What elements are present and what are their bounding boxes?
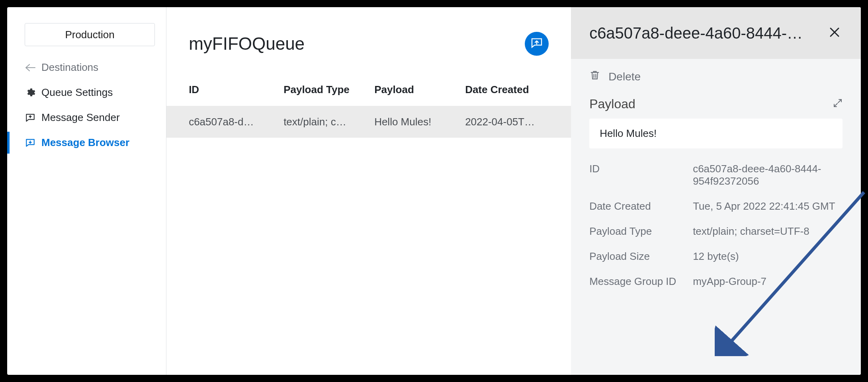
back-to-destinations[interactable]: Destinations: [7, 55, 166, 80]
environment-selector[interactable]: Production: [25, 23, 155, 46]
field-size-label: Payload Size: [589, 250, 693, 263]
field-date-label: Date Created: [589, 200, 693, 212]
message-send-icon: [530, 37, 543, 51]
expand-button[interactable]: [833, 98, 843, 110]
payload-section-header: Payload: [571, 86, 861, 115]
field-id-value: c6a507a8-deee-4a60-8444-954f92372056: [693, 163, 843, 187]
field-date-value: Tue, 5 Apr 2022 22:41:45 GMT: [693, 200, 843, 212]
message-browser-label: Message Browser: [41, 136, 129, 149]
col-date-created: Date Created: [465, 84, 549, 96]
details-header: c6a507a8-deee-4a60-8444-…: [571, 7, 861, 59]
cell-id: c6a507a8-d…: [189, 116, 280, 128]
field-size-value: 12 byte(s): [693, 250, 843, 263]
table-header: ID Payload Type Payload Date Created: [166, 73, 571, 106]
cell-type: text/plain; c…: [283, 116, 371, 128]
sidebar: Production Destinations Queue Settings M…: [7, 7, 166, 375]
field-type-label: Payload Type: [589, 225, 693, 238]
expand-icon: [833, 101, 843, 109]
field-group-label: Message Group ID: [589, 275, 693, 288]
field-type-value: text/plain; charset=UTF-8: [693, 225, 843, 238]
queue-title: myFIFOQueue: [189, 34, 305, 54]
table-row[interactable]: c6a507a8-d… text/plain; c… Hello Mules! …: [166, 106, 571, 138]
sidebar-item-message-sender[interactable]: Message Sender: [7, 105, 166, 130]
payload-body: Hello Mules!: [589, 119, 843, 148]
send-message-button[interactable]: [525, 32, 549, 56]
trash-icon: [589, 69, 600, 84]
message-table: ID Payload Type Payload Date Created c6a…: [166, 73, 571, 138]
destinations-label: Destinations: [41, 61, 98, 74]
gear-icon: [25, 87, 36, 98]
details-title: c6a507a8-deee-4a60-8444-…: [589, 24, 817, 42]
field-date: Date Created Tue, 5 Apr 2022 22:41:45 GM…: [571, 194, 861, 219]
field-type: Payload Type text/plain; charset=UTF-8: [571, 219, 861, 244]
field-group: Message Group ID myApp-Group-7: [571, 269, 861, 294]
payload-section-title: Payload: [589, 97, 635, 111]
field-id-label: ID: [589, 163, 693, 175]
delete-action[interactable]: Delete: [571, 59, 861, 86]
app-frame: Production Destinations Queue Settings M…: [7, 7, 861, 375]
close-icon: [829, 26, 841, 40]
message-sender-label: Message Sender: [41, 111, 120, 124]
queue-header: myFIFOQueue: [166, 7, 571, 73]
cell-date: 2022-04-05T…: [465, 116, 549, 128]
close-button[interactable]: [827, 25, 843, 41]
cell-payload: Hello Mules!: [374, 116, 462, 128]
field-group-value: myApp-Group-7: [693, 275, 843, 288]
main-content: myFIFOQueue ID Payload Type Payload Date…: [166, 7, 571, 375]
field-size: Payload Size 12 byte(s): [571, 244, 861, 269]
sidebar-item-message-browser[interactable]: Message Browser: [7, 130, 166, 155]
col-payload: Payload: [374, 84, 462, 96]
field-id: ID c6a507a8-deee-4a60-8444-954f92372056: [571, 156, 861, 194]
environment-label: Production: [65, 29, 114, 41]
col-payload-type: Payload Type: [283, 84, 371, 96]
arrow-left-icon: [25, 62, 36, 73]
message-up-icon: [25, 112, 36, 123]
queue-settings-label: Queue Settings: [41, 86, 113, 99]
message-down-icon: [25, 137, 36, 148]
col-id: ID: [189, 84, 280, 96]
message-details-panel: c6a507a8-deee-4a60-8444-… Delete Payload…: [571, 7, 861, 375]
sidebar-item-queue-settings[interactable]: Queue Settings: [7, 80, 166, 105]
delete-label: Delete: [608, 70, 641, 83]
